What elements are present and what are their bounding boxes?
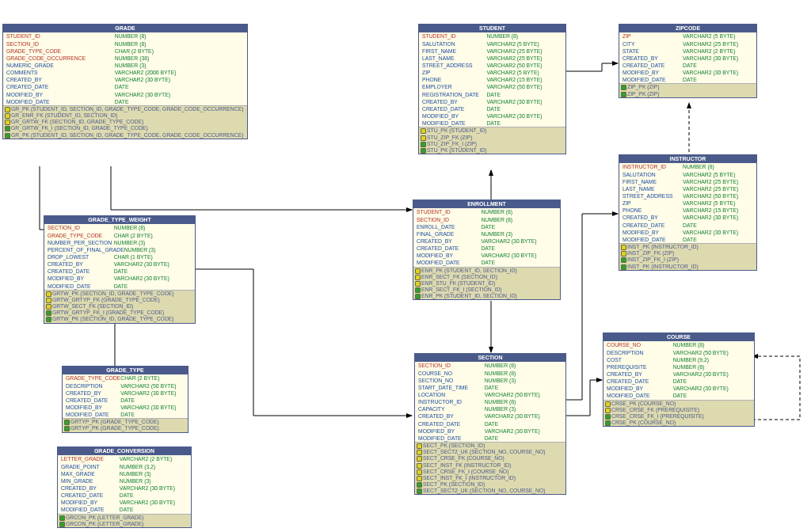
- index: GR_PK (STUDENT_ID, SECTION_ID, GRADE_TYP…: [3, 132, 247, 139]
- index: GR_GRTW_FK (SECTION_ID, GRADE_TYPE_CODE): [3, 119, 247, 125]
- entity-title: COURSE: [603, 333, 754, 341]
- index: SECT_CRSE_FK_I (COURSE_NO): [415, 469, 565, 475]
- column: SECTION_IDNUMBER (8): [3, 40, 247, 48]
- column: CREATED_BYVARCHAR2 (30 BYTE): [63, 390, 188, 397]
- column: GRADE_TYPE_CODECHAR (2 BYTE): [3, 48, 247, 55]
- column: SECTION_IDNUMBER (8): [44, 224, 195, 231]
- column: INSTRUCTOR_IDNUMBER (8): [415, 398, 565, 405]
- column: MODIFIED_BYVARCHAR2 (30 BYTE): [603, 385, 754, 392]
- index: GR_GRTW_FK_I (SECTION_ID, GRADE_TYPE_COD…: [3, 125, 247, 131]
- column: MODIFIED_BYVARCHAR2 (30 BYTE): [619, 69, 756, 76]
- entity-title: STUDENT: [419, 25, 565, 32]
- column: CREATED_DATEDATE: [413, 245, 560, 252]
- column: NUMERIC_GRADENUMBER (3): [3, 62, 247, 69]
- column: LAST_NAMEVARCHAR2 (25 BYTE): [619, 185, 756, 192]
- column: GRADE_CODE_OCCURRENCENUMBER (38): [3, 55, 247, 62]
- entity-section[interactable]: SECTIONSECTION_IDNUMBER (8)COURSE_NONUMB…: [414, 353, 566, 495]
- entity-grade-type[interactable]: GRADE_TYPEGRADE_TYPE_CODECHAR (2 BYTE)DE…: [62, 366, 188, 433]
- column: SALUTATIONVARCHAR2 (5 BYTE): [619, 171, 756, 178]
- column: CREATED_BYVARCHAR2 (30 BYTE): [419, 98, 565, 105]
- column: PREREQUISITENUMBER (8): [603, 363, 754, 370]
- entity-course[interactable]: COURSECOURSE_NONUMBER (8)DESCRIPTIONVARC…: [603, 332, 755, 427]
- index: GRTW_GRTYP_FK (GRADE_TYPE_CODE): [44, 297, 195, 303]
- column: DESCRIPTIONVARCHAR2 (50 BYTE): [603, 349, 754, 356]
- column: MODIFIED_DATEDATE: [415, 435, 565, 442]
- column: COURSE_NONUMBER (8): [415, 370, 565, 377]
- column: SECTION_NONUMBER (3): [415, 377, 565, 384]
- entity-grade[interactable]: GRADESTUDENT_IDNUMBER (8)SECTION_IDNUMBE…: [2, 24, 248, 139]
- index: STU_ZIP_FK (ZIP): [419, 135, 565, 141]
- index: ENR_PK (STUDENT_ID, SECTION_ID): [413, 268, 560, 274]
- column: CREATED_BYVARCHAR2 (30 BYTE): [619, 214, 756, 221]
- column: REGISTRATION_DATEDATE: [419, 91, 565, 98]
- index: GRCON_PK (LETTER_GRADE): [58, 515, 191, 521]
- index: GRTW_PK (SECTION_ID, GRADE_TYPE_CODE): [44, 316, 195, 322]
- index: SECT_INST_FK (INSTRUCTOR_ID): [415, 462, 565, 469]
- index: GRTW_SECT_FK (SECTION_ID): [44, 303, 195, 310]
- index: SECT_PK (SECTION_ID): [415, 481, 565, 488]
- entity-title: SECTION: [415, 354, 565, 362]
- index: ENR_SECT_FK_I (SECTION_ID): [413, 287, 560, 293]
- column: ZIPVARCHAR2 (5 BYTE): [619, 200, 756, 207]
- column: ENROLL_DATEDATE: [413, 223, 560, 230]
- entity-title: GRADE_TYPE: [63, 367, 188, 374]
- index: CRSE_PK (COURSE_NO): [603, 401, 754, 407]
- entity-title: INSTRUCTOR: [619, 155, 756, 163]
- index: GRTYP_PK (GRADE_TYPE_CODE): [63, 419, 188, 425]
- column: SALUTATIONVARCHAR2 (5 BYTE): [419, 40, 565, 48]
- index: GRTW_GRTYP_FK_I (GRADE_TYPE_CODE): [44, 310, 195, 316]
- column: GRADE_POINTNUMBER (3,2): [58, 463, 191, 470]
- column: MODIFIED_DATEDATE: [603, 392, 754, 399]
- index: ENR_STU_FK (STUDENT_ID): [413, 280, 560, 287]
- entity-gtw[interactable]: GRADE_TYPE_WEIGHTSECTION_IDNUMBER (8)GRA…: [44, 215, 196, 324]
- column: CREATED_DATEDATE: [44, 268, 195, 275]
- column: PERCENT_OF_FINAL_GRADENUMBER (3): [44, 246, 195, 253]
- column: CITYVARCHAR2 (25 BYTE): [619, 40, 756, 48]
- column: DESCRIPTIONVARCHAR2 (50 BYTE): [63, 382, 188, 390]
- index: GRTW_PK (SECTION_ID, GRADE_TYPE_CODE): [44, 291, 195, 297]
- entity-instructor[interactable]: INSTRUCTORINSTRUCTOR_IDNUMBER (8)SALUTAT…: [619, 154, 757, 271]
- entity-title: GRADE_TYPE_WEIGHT: [44, 216, 195, 224]
- index: GRCON_PK (LETTER_GRADE): [58, 521, 191, 527]
- column: PHONEVARCHAR2 (15 BYTE): [419, 76, 565, 83]
- entity-zipcode[interactable]: ZIPCODEZIPVARCHAR2 (5 BYTE)CITYVARCHAR2 …: [619, 24, 757, 98]
- column: MODIFIED_DATEDATE: [44, 283, 195, 290]
- column: STREET_ADDRESSVARCHAR2 (50 BYTE): [419, 62, 565, 69]
- index: SECT_SECT2_UK (SECTION_NO, COURSE_NO): [415, 488, 565, 494]
- index: STU_PK (STUDENT_ID): [419, 127, 565, 134]
- entity-enrollment[interactable]: ENROLLMENTSTUDENT_IDNUMBER (8)SECTION_ID…: [413, 200, 561, 300]
- column: STREET_ADDRESSVARCHAR2 (50 BYTE): [619, 192, 756, 200]
- column: PHONEVARCHAR2 (15 BYTE): [619, 207, 756, 214]
- column: MAX_GRADENUMBER (3): [58, 470, 191, 477]
- column: CREATED_DATEDATE: [419, 105, 565, 112]
- column: MODIFIED_DATEDATE: [63, 411, 188, 418]
- index: INST_PK (INSTRUCTOR_ID): [619, 244, 756, 250]
- column: MODIFIED_DATEDATE: [58, 506, 191, 513]
- column: MODIFIED_DATEDATE: [619, 76, 756, 83]
- column: CREATED_BYVARCHAR2 (30 BYTE): [44, 260, 195, 268]
- column: GRADE_TYPE_CODECHAR (2 BYTE): [44, 232, 195, 239]
- column: MODIFIED_DATEDATE: [619, 236, 756, 243]
- column: STUDENT_IDNUMBER (8): [419, 32, 565, 40]
- column: CREATED_DATEDATE: [603, 378, 754, 385]
- index: ENR_PK (STUDENT_ID, SECTION_ID): [413, 293, 560, 299]
- entity-grade-conversion[interactable]: GRADE_CONVERSIONLETTER_GRADEVARCHAR2 (2 …: [57, 446, 192, 528]
- column: INSTRUCTOR_IDNUMBER (8): [619, 163, 756, 170]
- column: MODIFIED_BYVARCHAR2 (30 BYTE): [63, 404, 188, 411]
- index: STU_ZIP_FK_I (ZIP): [419, 141, 565, 147]
- column: ZIPVARCHAR2 (5 BYTE): [619, 32, 756, 40]
- column: CREATED_DATEDATE: [3, 83, 247, 90]
- column: COMMENTSVARCHAR2 (2000 BYTE): [3, 69, 247, 76]
- index: CRSE_CRSE_FK_I (PREREQUISITE): [603, 413, 754, 420]
- column: CREATED_BYVARCHAR2 (30 BYTE): [58, 484, 191, 492]
- index: INST_PK (INSTRUCTOR_ID): [619, 264, 756, 270]
- entity-title: ENROLLMENT: [413, 200, 560, 208]
- index: ZIP_PK (ZIP): [619, 84, 756, 90]
- column: CREATED_BYVARCHAR2 (30 BYTE): [603, 370, 754, 378]
- column: STATEVARCHAR2 (2 BYTE): [619, 48, 756, 55]
- column: START_DATE_TIMEDATE: [415, 384, 565, 391]
- entity-student[interactable]: STUDENTSTUDENT_IDNUMBER (8)SALUTATIONVAR…: [418, 24, 566, 154]
- column: MODIFIED_BYVARCHAR2 (30 BYTE): [419, 112, 565, 120]
- index: GRTYP_PK (GRADE_TYPE_CODE): [63, 425, 188, 431]
- column: LETTER_GRADEVARCHAR2 (2 BYTE): [58, 455, 191, 462]
